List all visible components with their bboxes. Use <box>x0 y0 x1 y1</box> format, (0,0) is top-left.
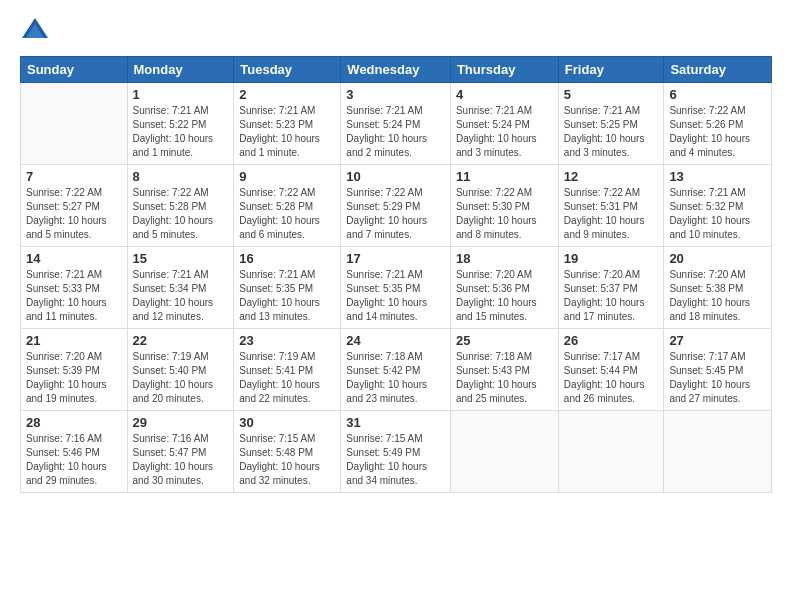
day-number: 11 <box>456 169 553 184</box>
calendar-cell: 29Sunrise: 7:16 AM Sunset: 5:47 PM Dayli… <box>127 411 234 493</box>
calendar-cell: 3Sunrise: 7:21 AM Sunset: 5:24 PM Daylig… <box>341 83 451 165</box>
calendar-cell: 5Sunrise: 7:21 AM Sunset: 5:25 PM Daylig… <box>558 83 664 165</box>
logo-icon <box>20 16 50 46</box>
day-info: Sunrise: 7:21 AM Sunset: 5:32 PM Dayligh… <box>669 186 766 242</box>
day-number: 3 <box>346 87 445 102</box>
weekday-header-row: SundayMondayTuesdayWednesdayThursdayFrid… <box>21 57 772 83</box>
calendar-cell <box>558 411 664 493</box>
calendar-cell: 12Sunrise: 7:22 AM Sunset: 5:31 PM Dayli… <box>558 165 664 247</box>
day-number: 4 <box>456 87 553 102</box>
day-number: 5 <box>564 87 659 102</box>
day-number: 16 <box>239 251 335 266</box>
day-number: 12 <box>564 169 659 184</box>
day-info: Sunrise: 7:17 AM Sunset: 5:45 PM Dayligh… <box>669 350 766 406</box>
day-info: Sunrise: 7:18 AM Sunset: 5:42 PM Dayligh… <box>346 350 445 406</box>
day-info: Sunrise: 7:22 AM Sunset: 5:31 PM Dayligh… <box>564 186 659 242</box>
day-number: 29 <box>133 415 229 430</box>
day-number: 17 <box>346 251 445 266</box>
calendar-table: SundayMondayTuesdayWednesdayThursdayFrid… <box>20 56 772 493</box>
day-info: Sunrise: 7:16 AM Sunset: 5:46 PM Dayligh… <box>26 432 122 488</box>
day-number: 18 <box>456 251 553 266</box>
weekday-header-thursday: Thursday <box>450 57 558 83</box>
day-number: 25 <box>456 333 553 348</box>
day-number: 9 <box>239 169 335 184</box>
day-number: 7 <box>26 169 122 184</box>
calendar-cell: 23Sunrise: 7:19 AM Sunset: 5:41 PM Dayli… <box>234 329 341 411</box>
day-info: Sunrise: 7:21 AM Sunset: 5:22 PM Dayligh… <box>133 104 229 160</box>
day-info: Sunrise: 7:19 AM Sunset: 5:41 PM Dayligh… <box>239 350 335 406</box>
day-number: 26 <box>564 333 659 348</box>
day-number: 20 <box>669 251 766 266</box>
weekday-header-monday: Monday <box>127 57 234 83</box>
day-info: Sunrise: 7:22 AM Sunset: 5:28 PM Dayligh… <box>133 186 229 242</box>
day-info: Sunrise: 7:21 AM Sunset: 5:25 PM Dayligh… <box>564 104 659 160</box>
calendar-cell: 24Sunrise: 7:18 AM Sunset: 5:42 PM Dayli… <box>341 329 451 411</box>
calendar-cell: 30Sunrise: 7:15 AM Sunset: 5:48 PM Dayli… <box>234 411 341 493</box>
calendar-cell: 14Sunrise: 7:21 AM Sunset: 5:33 PM Dayli… <box>21 247 128 329</box>
day-number: 1 <box>133 87 229 102</box>
calendar-cell <box>21 83 128 165</box>
day-number: 14 <box>26 251 122 266</box>
header <box>20 16 772 46</box>
calendar-cell: 13Sunrise: 7:21 AM Sunset: 5:32 PM Dayli… <box>664 165 772 247</box>
day-info: Sunrise: 7:22 AM Sunset: 5:30 PM Dayligh… <box>456 186 553 242</box>
day-info: Sunrise: 7:19 AM Sunset: 5:40 PM Dayligh… <box>133 350 229 406</box>
calendar-cell: 6Sunrise: 7:22 AM Sunset: 5:26 PM Daylig… <box>664 83 772 165</box>
day-number: 15 <box>133 251 229 266</box>
logo <box>20 16 54 46</box>
day-info: Sunrise: 7:16 AM Sunset: 5:47 PM Dayligh… <box>133 432 229 488</box>
day-info: Sunrise: 7:21 AM Sunset: 5:24 PM Dayligh… <box>346 104 445 160</box>
day-info: Sunrise: 7:21 AM Sunset: 5:35 PM Dayligh… <box>346 268 445 324</box>
day-number: 6 <box>669 87 766 102</box>
day-info: Sunrise: 7:20 AM Sunset: 5:39 PM Dayligh… <box>26 350 122 406</box>
calendar-cell: 8Sunrise: 7:22 AM Sunset: 5:28 PM Daylig… <box>127 165 234 247</box>
week-row-4: 21Sunrise: 7:20 AM Sunset: 5:39 PM Dayli… <box>21 329 772 411</box>
calendar-cell: 11Sunrise: 7:22 AM Sunset: 5:30 PM Dayli… <box>450 165 558 247</box>
week-row-3: 14Sunrise: 7:21 AM Sunset: 5:33 PM Dayli… <box>21 247 772 329</box>
page-container: SundayMondayTuesdayWednesdayThursdayFrid… <box>0 0 792 503</box>
day-info: Sunrise: 7:20 AM Sunset: 5:36 PM Dayligh… <box>456 268 553 324</box>
calendar-cell <box>450 411 558 493</box>
weekday-header-saturday: Saturday <box>664 57 772 83</box>
day-number: 24 <box>346 333 445 348</box>
day-number: 21 <box>26 333 122 348</box>
day-info: Sunrise: 7:20 AM Sunset: 5:38 PM Dayligh… <box>669 268 766 324</box>
calendar-cell: 28Sunrise: 7:16 AM Sunset: 5:46 PM Dayli… <box>21 411 128 493</box>
weekday-header-wednesday: Wednesday <box>341 57 451 83</box>
day-number: 28 <box>26 415 122 430</box>
calendar-cell: 20Sunrise: 7:20 AM Sunset: 5:38 PM Dayli… <box>664 247 772 329</box>
day-info: Sunrise: 7:22 AM Sunset: 5:26 PM Dayligh… <box>669 104 766 160</box>
calendar-cell: 16Sunrise: 7:21 AM Sunset: 5:35 PM Dayli… <box>234 247 341 329</box>
week-row-1: 1Sunrise: 7:21 AM Sunset: 5:22 PM Daylig… <box>21 83 772 165</box>
day-number: 13 <box>669 169 766 184</box>
day-number: 23 <box>239 333 335 348</box>
calendar-cell: 10Sunrise: 7:22 AM Sunset: 5:29 PM Dayli… <box>341 165 451 247</box>
calendar-cell: 9Sunrise: 7:22 AM Sunset: 5:28 PM Daylig… <box>234 165 341 247</box>
weekday-header-friday: Friday <box>558 57 664 83</box>
calendar-cell: 1Sunrise: 7:21 AM Sunset: 5:22 PM Daylig… <box>127 83 234 165</box>
day-number: 22 <box>133 333 229 348</box>
calendar-cell: 31Sunrise: 7:15 AM Sunset: 5:49 PM Dayli… <box>341 411 451 493</box>
day-number: 2 <box>239 87 335 102</box>
calendar-cell: 25Sunrise: 7:18 AM Sunset: 5:43 PM Dayli… <box>450 329 558 411</box>
calendar-cell <box>664 411 772 493</box>
day-info: Sunrise: 7:15 AM Sunset: 5:49 PM Dayligh… <box>346 432 445 488</box>
day-info: Sunrise: 7:21 AM Sunset: 5:33 PM Dayligh… <box>26 268 122 324</box>
calendar-cell: 19Sunrise: 7:20 AM Sunset: 5:37 PM Dayli… <box>558 247 664 329</box>
calendar-cell: 27Sunrise: 7:17 AM Sunset: 5:45 PM Dayli… <box>664 329 772 411</box>
day-info: Sunrise: 7:22 AM Sunset: 5:27 PM Dayligh… <box>26 186 122 242</box>
calendar-cell: 22Sunrise: 7:19 AM Sunset: 5:40 PM Dayli… <box>127 329 234 411</box>
day-info: Sunrise: 7:21 AM Sunset: 5:35 PM Dayligh… <box>239 268 335 324</box>
day-number: 31 <box>346 415 445 430</box>
day-number: 30 <box>239 415 335 430</box>
weekday-header-sunday: Sunday <box>21 57 128 83</box>
day-info: Sunrise: 7:17 AM Sunset: 5:44 PM Dayligh… <box>564 350 659 406</box>
day-info: Sunrise: 7:21 AM Sunset: 5:24 PM Dayligh… <box>456 104 553 160</box>
day-info: Sunrise: 7:22 AM Sunset: 5:29 PM Dayligh… <box>346 186 445 242</box>
calendar-cell: 4Sunrise: 7:21 AM Sunset: 5:24 PM Daylig… <box>450 83 558 165</box>
day-info: Sunrise: 7:21 AM Sunset: 5:23 PM Dayligh… <box>239 104 335 160</box>
day-number: 19 <box>564 251 659 266</box>
day-info: Sunrise: 7:21 AM Sunset: 5:34 PM Dayligh… <box>133 268 229 324</box>
calendar-cell: 15Sunrise: 7:21 AM Sunset: 5:34 PM Dayli… <box>127 247 234 329</box>
day-info: Sunrise: 7:20 AM Sunset: 5:37 PM Dayligh… <box>564 268 659 324</box>
